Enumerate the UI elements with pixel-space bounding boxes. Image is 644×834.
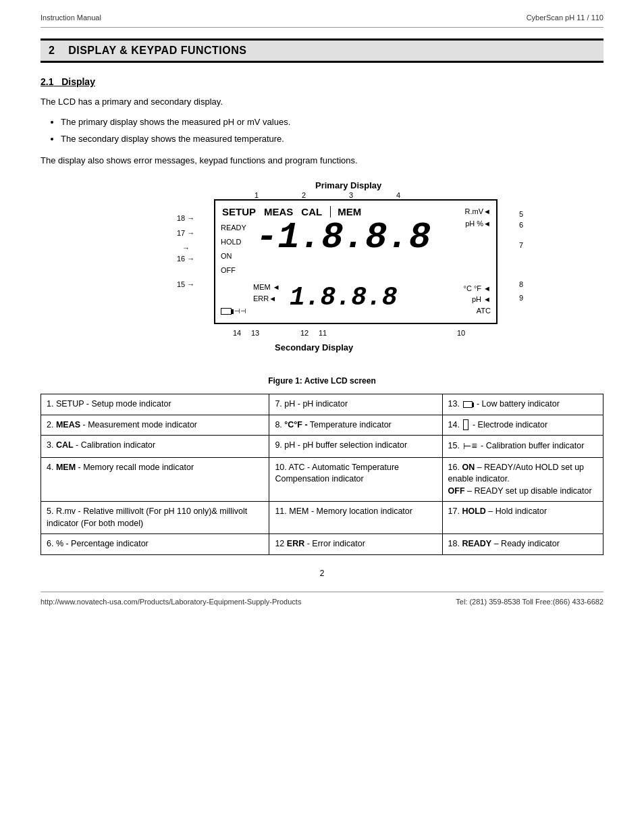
table-row: 5. R.mv - Relative millivolt (For pH 110…: [41, 502, 603, 534]
table-row: 2. MEAS - Measurement mode indicator 8. …: [41, 415, 603, 436]
bot-num-14: 14: [233, 329, 241, 337]
cell-5-2: 11. MEM - Memory location indicator: [269, 502, 442, 534]
table-row: 3. CAL - Calibration indicator 9. pH - p…: [41, 436, 603, 458]
ph-percent-indicator: pH %◄: [465, 218, 491, 230]
mem-bottom: MEM ◄: [253, 282, 280, 293]
battery-icon-13: [463, 401, 473, 408]
bot-num-11: 11: [319, 329, 327, 337]
side-num-16-label: 16 →: [177, 255, 194, 263]
bullet-list: The primary display shows the measured p…: [61, 115, 603, 146]
section-title: 2 DISPLAY & KEYPAD FUNCTIONS: [49, 45, 595, 57]
display-text: The display also shows error messages, k…: [41, 154, 603, 167]
battery-icon: [221, 308, 232, 315]
mode-setup: SETUP: [222, 206, 256, 217]
cell-2-2: 8. °C°F - Temperature indicator: [269, 415, 442, 436]
secondary-digits: 1.8.8.8: [290, 285, 398, 311]
header-right: CyberScan pH 11 / 110: [527, 14, 603, 22]
hold-indicator: HOLD: [221, 235, 246, 249]
cell-3-1: 3. CAL - Calibration indicator: [41, 436, 269, 458]
cell-4-1: 4. MEM - Memory recall mode indicator: [41, 457, 269, 502]
side-num-7: 7: [519, 241, 523, 249]
ph-atc-indicators: pH ◄: [464, 294, 491, 305]
table-row: 4. MEM - Memory recall mode indicator 10…: [41, 457, 603, 502]
section-title-bar: 2 DISPLAY & KEYPAD FUNCTIONS: [41, 38, 603, 63]
right-bottom-indicators: °C °F ◄ pH ◄ ATC: [464, 283, 491, 317]
electrode-icon-14: [463, 419, 468, 430]
ready-indicator: READY: [221, 221, 246, 235]
side-num-9: 9: [519, 294, 523, 302]
header-left: Instruction Manual: [41, 14, 101, 22]
primary-digits: -1.8.8.8: [256, 219, 431, 256]
cell-6-1: 6. % - Percentage indicator: [41, 534, 269, 555]
page: Instruction Manual CyberScan pH 11 / 110…: [0, 0, 644, 619]
battery-row: ⊣⊣: [221, 307, 246, 315]
bot-num-10: 10: [457, 329, 465, 337]
mode-meas: MEAS: [264, 206, 293, 217]
battery-cap: [232, 309, 234, 314]
top-num-2: 2: [302, 191, 306, 199]
cell-2-3: 14. - Electrode indicator: [442, 415, 603, 436]
atc-indicator: ATC: [464, 305, 491, 317]
battery-lines: ⊣⊣: [234, 307, 246, 315]
cell-3-2: 9. pH - pH buffer selection indicator: [269, 436, 442, 458]
bot-num-13: 13: [251, 329, 259, 337]
side-num-5: 5: [519, 210, 523, 218]
page-header: Instruction Manual CyberScan pH 11 / 110: [41, 14, 603, 28]
lcd-screen: SETUP MEAS CAL MEM R.mV◄ pH %◄ -1.8.8.8 …: [214, 199, 498, 324]
footer-right: Tel: (281) 359-8538 Toll Free:(866) 433-…: [456, 598, 603, 606]
page-footer: http://www.novatech-usa.com/Products/Lab…: [41, 592, 603, 606]
intro-text: The LCD has a primary and secondary disp…: [41, 95, 603, 109]
bottom-left-area: ⊣⊣: [221, 307, 246, 316]
cell-1-1: 1. SETUP - Setup mode indicator: [41, 394, 269, 415]
table-row: 1. SETUP - Setup mode indicator 7. pH - …: [41, 394, 603, 415]
off-indicator: OFF: [221, 263, 246, 278]
left-side-indicators: READY HOLD ON OFF: [221, 221, 246, 278]
bullet-1: The primary display shows the measured p…: [61, 115, 603, 129]
cell-1-3: 13. - Low battery indicator: [442, 394, 603, 415]
cell-5-1: 5. R.mv - Relative millivolt (For pH 110…: [41, 502, 269, 534]
figure-caption: Figure 1: Active LCD screen: [41, 376, 603, 386]
right-indicators: R.mV◄ pH %◄: [465, 206, 491, 230]
celsius-fahrenheit: °C °F ◄: [464, 283, 491, 294]
cell-1-2: 7. pH - pH indicator: [269, 394, 442, 415]
subsection-2-1: 2.1 Display The LCD has a primary and se…: [41, 76, 603, 167]
mem-err-area: MEM ◄ ERR◄: [253, 282, 280, 304]
reference-table: 1. SETUP - Setup mode indicator 7. pH - …: [41, 394, 603, 555]
mode-mem: MEM: [330, 206, 361, 217]
primary-display-label: Primary Display: [315, 180, 381, 190]
cell-3-3: 15. ⊢≡ - Calibration buffer indicator: [442, 436, 603, 458]
secondary-display-label: Secondary Display: [275, 342, 353, 353]
side-num-17: 17 →: [177, 229, 194, 237]
top-num-1: 1: [254, 191, 259, 199]
bot-num-12: 12: [300, 329, 308, 337]
cell-5-3: 17. HOLD – Hold indicator: [442, 502, 603, 534]
top-num-4: 4: [396, 191, 400, 199]
side-num-8: 8: [519, 280, 523, 288]
side-num-16: →: [182, 244, 190, 252]
lcd-mode-row: SETUP MEAS CAL MEM: [222, 206, 361, 217]
cell-2-1: 2. MEAS - Measurement mode indicator: [41, 415, 269, 436]
on-indicator: ON: [221, 249, 246, 263]
mode-cal: CAL: [301, 206, 322, 217]
page-number: 2: [41, 569, 603, 578]
cell-4-3: 16. ON – READY/Auto HOLD set up enable i…: [442, 457, 603, 502]
side-num-18: 18 →: [177, 214, 194, 222]
table-row: 6. % - Percentage indicator 12 ERR - Err…: [41, 534, 603, 555]
side-num-6: 6: [519, 221, 523, 229]
side-num-15: 15 →: [177, 280, 194, 288]
cell-4-2: 10. ATC - Automatic Temperature Compensa…: [269, 457, 442, 502]
err-indicator: ERR◄: [253, 293, 280, 305]
top-num-3: 3: [349, 191, 353, 199]
subsection-title: 2.1 Display: [41, 76, 603, 87]
r-mv-indicator: R.mV◄: [465, 206, 491, 218]
bullet-2: The secondary display shows the measured…: [61, 132, 603, 146]
calbuf-icon-15: ⊢≡: [463, 440, 477, 451]
footer-left: http://www.novatech-usa.com/Products/Lab…: [41, 598, 301, 606]
lcd-diagram: Primary Display 1 2 3 4 SETUP MEAS CAL M…: [41, 180, 603, 369]
cell-6-3: 18. READY – Ready indicator: [442, 534, 603, 555]
cell-6-2: 12 ERR - Error indicator: [269, 534, 442, 555]
